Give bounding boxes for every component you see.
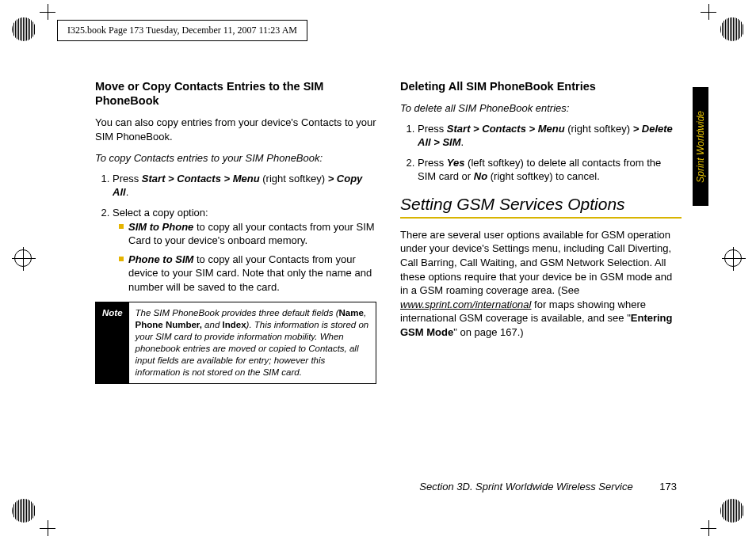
heading-rule	[400, 217, 682, 219]
heading-move-copy: Move or Copy Contacts Entries to the SIM…	[95, 79, 376, 108]
document-info-header: I325.book Page 173 Tuesday, December 11,…	[57, 20, 307, 41]
softkey-label: Yes	[447, 157, 465, 169]
note-label: Note	[96, 302, 129, 383]
text: .	[461, 136, 464, 148]
color-disc-icon	[12, 17, 36, 41]
heading-gsm-options: Setting GSM Services Options	[400, 195, 682, 214]
left-column: Move or Copy Contacts Entries to the SIM…	[95, 79, 376, 483]
text: (right softkey)	[565, 123, 633, 135]
text: (right softkey) to cancel.	[487, 170, 600, 182]
list-item: Press Start > Contacts > Menu (right sof…	[113, 172, 376, 200]
text: Press	[418, 157, 447, 169]
list-item: Select a copy option: SIM to Phone to co…	[113, 206, 376, 294]
field-name: Phone Number,	[136, 320, 202, 329]
paragraph: There are several user options available…	[400, 228, 682, 339]
sub-item: SIM to Phone to copy all your contacts f…	[119, 220, 376, 248]
list-item: Press Start > Contacts > Menu (right sof…	[418, 122, 682, 150]
instruction-line: To delete all SIM PhoneBook entries:	[400, 101, 682, 116]
text: and	[202, 320, 223, 329]
text: (right softkey)	[260, 173, 328, 184]
menu-path: Start > Contacts > Menu	[142, 173, 260, 184]
page-number: 173	[659, 481, 677, 492]
bullet-icon	[119, 224, 124, 229]
note-text: The SIM PhoneBook provides three default…	[129, 302, 376, 383]
field-name: Name	[339, 308, 364, 318]
text: ,	[364, 308, 366, 318]
cropmark-icon	[40, 520, 55, 536]
list-item: Press Yes (left softkey) to delete all c…	[418, 156, 682, 184]
text: Select a copy option:	[113, 207, 208, 219]
page-content: Move or Copy Contacts Entries to the SIM…	[95, 79, 682, 483]
url-link[interactable]: www.sprint.com/international	[400, 299, 531, 310]
text: Press	[418, 123, 447, 135]
option-label: Phone to SIM	[128, 253, 193, 265]
cropmark-icon	[40, 4, 55, 20]
color-disc-icon	[12, 499, 36, 523]
step-list: Press Start > Contacts > Menu (right sof…	[95, 172, 376, 294]
cropmark-icon	[701, 520, 716, 536]
text: .	[126, 186, 129, 198]
text: The SIM PhoneBook provides three default…	[136, 308, 339, 318]
step-list: Press Start > Contacts > Menu (right sof…	[400, 122, 682, 184]
instruction-line: To copy Contacts entries to your SIM Pho…	[95, 151, 376, 165]
field-name: Index	[223, 320, 246, 329]
option-label: SIM to Phone	[128, 221, 193, 233]
paragraph: You can also copy entries from your devi…	[95, 116, 376, 143]
registration-mark-icon	[724, 249, 742, 267]
heading-delete-all: Deleting All SIM PhoneBook Entries	[400, 79, 682, 93]
color-disc-icon	[720, 499, 744, 523]
text: Press	[113, 173, 142, 184]
right-column: Deleting All SIM PhoneBook Entries To de…	[400, 79, 682, 483]
section-tab: Sprint Worldwide	[693, 87, 708, 206]
section-tab-label: Sprint Worldwide	[695, 111, 706, 183]
footer-section: Section 3D. Sprint Worldwide Wireless Se…	[419, 481, 632, 492]
menu-path: Start > Contacts > Menu	[447, 123, 565, 135]
text: There are several user options available…	[400, 229, 672, 296]
note-callout: Note The SIM PhoneBook provides three de…	[95, 302, 376, 384]
cropmark-icon	[701, 4, 716, 20]
page-footer: Section 3D. Sprint Worldwide Wireless Se…	[419, 481, 677, 492]
color-disc-icon	[720, 17, 744, 41]
bullet-icon	[119, 257, 124, 261]
softkey-label: No	[474, 170, 487, 182]
registration-mark-icon	[14, 249, 32, 267]
text: " on page 167.)	[453, 326, 523, 338]
sub-item: Phone to SIM to copy all your Contacts f…	[119, 253, 376, 295]
